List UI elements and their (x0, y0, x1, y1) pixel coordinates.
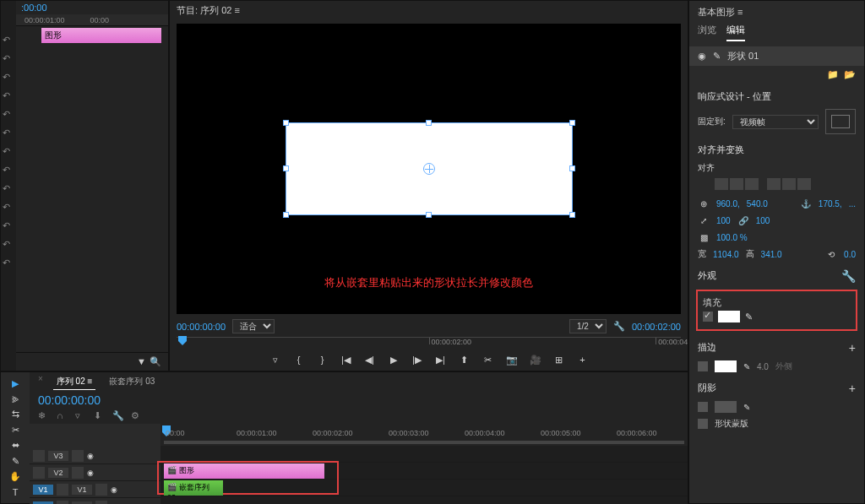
layer-shape[interactable]: ◉ ✎ 形状 01 (689, 46, 864, 66)
undo-icon[interactable]: ↶ (3, 183, 14, 195)
resize-handle[interactable] (283, 212, 289, 218)
lock-icon[interactable] (33, 467, 45, 479)
resize-handle[interactable] (283, 165, 289, 171)
track-row-v1[interactable]: 🎬 嵌套序列 03 (160, 480, 688, 496)
resize-handle[interactable] (426, 212, 432, 218)
eyedropper-icon[interactable]: ✎ (745, 312, 753, 322)
in-point-icon[interactable]: { (291, 352, 307, 367)
camera-icon[interactable]: 🎥 (527, 352, 544, 367)
program-ruler[interactable]: 00:00:02:00 00:00:04 (177, 337, 681, 347)
resize-handle[interactable] (426, 120, 432, 126)
eye-icon[interactable]: ◉ (698, 51, 706, 62)
resize-handle[interactable] (283, 120, 289, 126)
program-tab[interactable]: 节目: 序列 02 (177, 5, 231, 15)
step-fwd-icon[interactable]: |▶ (409, 352, 426, 367)
fill-color-swatch[interactable] (718, 311, 740, 322)
track-row-v2[interactable]: 🎬 图形 (160, 463, 688, 480)
track-a1-src[interactable]: A1 (33, 501, 53, 505)
stroke-checkbox[interactable] (698, 361, 708, 371)
anchor-point-icon[interactable] (423, 163, 435, 175)
align-left-icon[interactable] (715, 178, 728, 190)
align-top-icon[interactable] (767, 178, 781, 190)
height-val[interactable]: 341.0 (761, 250, 782, 259)
toggle-icon[interactable] (95, 501, 107, 505)
opacity-val[interactable]: 100.0 % (716, 233, 748, 242)
filter-icon[interactable]: ▼ (137, 356, 146, 367)
search-icon[interactable]: 🔍 (150, 356, 161, 367)
folder-icon[interactable]: 📁 (827, 69, 839, 80)
out-point-icon[interactable]: } (314, 352, 331, 367)
marker-icon[interactable]: ▿ (75, 410, 89, 422)
resize-handle[interactable] (569, 120, 575, 126)
track-row-a1[interactable] (160, 496, 688, 504)
track-a1[interactable]: A1 (72, 501, 92, 505)
program-timecode-right[interactable]: 00:00:02:00 (632, 322, 681, 332)
ripple-tool-icon[interactable]: ⇆ (7, 409, 24, 420)
settings-icon[interactable]: ⚙ (131, 410, 144, 422)
source-clip[interactable]: 图形 (41, 28, 161, 43)
playhead-icon[interactable] (178, 336, 187, 346)
tab-sequence[interactable]: 序列 02 ≡ (53, 374, 96, 390)
width-val[interactable]: 1104.0 (713, 250, 739, 259)
anchor-y[interactable]: ... (849, 199, 856, 209)
go-to-in-icon[interactable]: |◀ (338, 352, 355, 367)
undo-icon[interactable]: ↶ (3, 220, 14, 232)
anchor-x[interactable]: 170.5, (819, 199, 842, 209)
pos-x[interactable]: 960.0, (716, 199, 740, 209)
fill-checkbox[interactable] (703, 312, 713, 322)
razor-tool-icon[interactable]: ✂ (7, 424, 24, 436)
eyedropper-icon[interactable]: ✎ (743, 362, 750, 371)
fit-select[interactable]: 适合 (232, 319, 275, 333)
lock-icon[interactable] (57, 501, 68, 505)
extract-icon[interactable]: ✂ (480, 352, 497, 367)
clip-graphic[interactable]: 🎬 图形 (164, 463, 324, 479)
scale-w[interactable]: 100 (716, 216, 731, 225)
wrench-icon[interactable]: 🔧 (112, 410, 126, 422)
timeline-ruler[interactable]: 00:00 00:00:01:00 00:00:02:00 00:00:03:0… (160, 424, 688, 446)
play-icon[interactable]: ▶ (385, 352, 402, 367)
stroke-width[interactable]: 4.0 (757, 362, 769, 371)
lock-icon[interactable] (57, 484, 68, 496)
resize-handle[interactable] (569, 212, 575, 218)
program-timecode-left[interactable]: 00:00:00:00 (177, 322, 226, 332)
resize-handle[interactable] (569, 165, 575, 171)
undo-icon[interactable]: ↶ (3, 127, 14, 139)
pin-to-select[interactable]: 视频帧 (732, 115, 819, 129)
step-back-icon[interactable]: ◀| (362, 352, 378, 367)
selected-shape[interactable] (286, 122, 573, 215)
zoom-select[interactable]: 1/2 (569, 319, 607, 333)
hand-tool-icon[interactable]: ✋ (7, 470, 24, 482)
wrench-icon[interactable]: 🔧 (841, 269, 856, 283)
undo-icon[interactable]: ↶ (3, 72, 14, 84)
track-v2[interactable]: V2 (48, 468, 68, 478)
stroke-type[interactable]: 外侧 (775, 360, 792, 372)
tab-browse[interactable]: 浏览 (698, 24, 716, 41)
export-frame-icon[interactable]: 📷 (503, 352, 520, 367)
undo-icon[interactable]: ↶ (3, 239, 14, 251)
lift-icon[interactable]: ⬆ (456, 352, 473, 367)
source-timecode[interactable]: :00:00 (16, 1, 168, 14)
eye-icon[interactable]: ◉ (87, 469, 94, 477)
insert-icon[interactable]: ⬇ (94, 410, 107, 422)
toggle-icon[interactable] (72, 450, 84, 462)
pos-y[interactable]: 540.0 (747, 199, 768, 209)
lock-icon[interactable] (33, 450, 45, 462)
source-ruler[interactable]: 00:00:01:00 00:00 (16, 14, 168, 26)
undo-icon[interactable]: ↶ (3, 202, 14, 214)
eyedropper-icon[interactable]: ✎ (743, 403, 750, 412)
track-row-v3[interactable] (160, 446, 688, 463)
align-center-h-icon[interactable] (730, 178, 743, 190)
stroke-color-swatch[interactable] (715, 360, 737, 372)
align-bottom-icon[interactable] (797, 178, 811, 190)
type-tool-icon[interactable]: T (7, 486, 24, 498)
undo-icon[interactable]: ↶ (3, 109, 14, 121)
align-center-v-icon[interactable] (782, 178, 796, 190)
snap-icon[interactable]: ❄ (38, 410, 52, 422)
undo-icon[interactable]: ↶ (3, 257, 14, 269)
align-right-icon[interactable] (745, 178, 759, 190)
track-v1[interactable]: V1 (72, 485, 92, 495)
slip-tool-icon[interactable]: ⬌ (7, 440, 24, 452)
pen-tool-icon[interactable]: ✎ (7, 455, 24, 467)
track-v1-src[interactable]: V1 (33, 485, 53, 495)
tab-edit[interactable]: 编辑 (726, 24, 745, 41)
